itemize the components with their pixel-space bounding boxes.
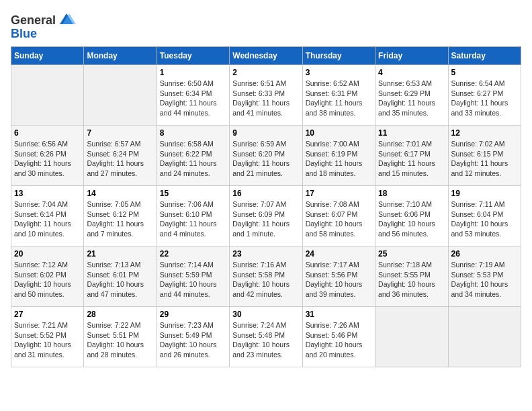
day-detail: Sunrise: 7:22 AMSunset: 5:51 PMDaylight:… bbox=[87, 320, 153, 360]
day-number: 16 bbox=[232, 189, 299, 198]
day-detail: Sunrise: 7:05 AMSunset: 6:12 PMDaylight:… bbox=[87, 199, 153, 239]
day-number: 12 bbox=[451, 128, 518, 138]
day-number: 25 bbox=[378, 249, 445, 259]
day-detail: Sunrise: 7:11 AMSunset: 6:04 PMDaylight:… bbox=[451, 199, 518, 239]
day-detail: Sunrise: 6:59 AMSunset: 6:20 PMDaylight:… bbox=[232, 139, 299, 179]
day-detail: Sunrise: 7:01 AMSunset: 6:17 PMDaylight:… bbox=[378, 139, 445, 179]
calendar-cell bbox=[448, 307, 521, 367]
calendar-week-row: 27Sunrise: 7:21 AMSunset: 5:52 PMDayligh… bbox=[11, 307, 521, 367]
day-number: 17 bbox=[306, 189, 372, 198]
day-detail: Sunrise: 6:51 AMSunset: 6:33 PMDaylight:… bbox=[232, 79, 299, 118]
day-detail: Sunrise: 6:53 AMSunset: 6:29 PMDaylight:… bbox=[378, 79, 445, 118]
day-detail: Sunrise: 7:14 AMSunset: 5:59 PMDaylight:… bbox=[160, 260, 226, 300]
day-number: 23 bbox=[232, 249, 299, 259]
day-detail: Sunrise: 7:24 AMSunset: 5:48 PMDaylight:… bbox=[232, 320, 299, 360]
calendar-cell: 20Sunrise: 7:12 AMSunset: 6:02 PMDayligh… bbox=[11, 246, 84, 307]
calendar-header-wednesday: Wednesday bbox=[230, 47, 302, 65]
day-number: 18 bbox=[378, 189, 445, 198]
calendar-cell: 9Sunrise: 6:59 AMSunset: 6:20 PMDaylight… bbox=[230, 126, 302, 186]
day-number: 4 bbox=[378, 68, 445, 77]
day-number: 10 bbox=[306, 128, 372, 138]
calendar-week-row: 20Sunrise: 7:12 AMSunset: 6:02 PMDayligh… bbox=[11, 246, 521, 307]
calendar-cell: 6Sunrise: 6:56 AMSunset: 6:26 PMDaylight… bbox=[11, 126, 84, 186]
day-number: 15 bbox=[160, 189, 226, 198]
day-number: 13 bbox=[14, 189, 81, 198]
calendar-week-row: 13Sunrise: 7:04 AMSunset: 6:14 PMDayligh… bbox=[11, 186, 521, 246]
calendar-cell: 23Sunrise: 7:16 AMSunset: 5:58 PMDayligh… bbox=[230, 246, 302, 307]
day-detail: Sunrise: 6:58 AMSunset: 6:22 PMDaylight:… bbox=[160, 139, 226, 179]
calendar-cell: 4Sunrise: 6:53 AMSunset: 6:29 PMDaylight… bbox=[375, 65, 448, 126]
calendar-cell: 21Sunrise: 7:13 AMSunset: 6:01 PMDayligh… bbox=[84, 246, 157, 307]
calendar-table: SundayMondayTuesdayWednesdayThursdayFrid… bbox=[11, 46, 521, 367]
day-detail: Sunrise: 7:17 AMSunset: 5:56 PMDaylight:… bbox=[306, 260, 372, 300]
calendar-cell: 26Sunrise: 7:19 AMSunset: 5:53 PMDayligh… bbox=[448, 246, 521, 307]
calendar-cell: 2Sunrise: 6:51 AMSunset: 6:33 PMDaylight… bbox=[230, 65, 302, 126]
day-number: 24 bbox=[306, 249, 372, 259]
day-detail: Sunrise: 7:13 AMSunset: 6:01 PMDaylight:… bbox=[87, 260, 153, 300]
day-number: 1 bbox=[160, 68, 226, 77]
day-number: 11 bbox=[378, 128, 445, 138]
calendar-cell: 30Sunrise: 7:24 AMSunset: 5:48 PMDayligh… bbox=[230, 307, 302, 367]
calendar-cell: 13Sunrise: 7:04 AMSunset: 6:14 PMDayligh… bbox=[11, 186, 84, 246]
calendar-cell: 8Sunrise: 6:58 AMSunset: 6:22 PMDaylight… bbox=[157, 126, 229, 186]
calendar-header-thursday: Thursday bbox=[302, 47, 375, 65]
day-detail: Sunrise: 7:07 AMSunset: 6:09 PMDaylight:… bbox=[232, 199, 299, 239]
calendar-cell: 17Sunrise: 7:08 AMSunset: 6:07 PMDayligh… bbox=[302, 186, 375, 246]
day-number: 6 bbox=[14, 128, 81, 138]
calendar-header-saturday: Saturday bbox=[448, 47, 521, 65]
calendar-cell: 22Sunrise: 7:14 AMSunset: 5:59 PMDayligh… bbox=[157, 246, 229, 307]
day-detail: Sunrise: 7:06 AMSunset: 6:10 PMDaylight:… bbox=[160, 199, 226, 239]
day-number: 7 bbox=[87, 128, 153, 138]
calendar-cell: 11Sunrise: 7:01 AMSunset: 6:17 PMDayligh… bbox=[375, 126, 448, 186]
calendar-cell: 3Sunrise: 6:52 AMSunset: 6:31 PMDaylight… bbox=[302, 65, 375, 126]
calendar-week-row: 1Sunrise: 6:50 AMSunset: 6:34 PMDaylight… bbox=[11, 65, 521, 126]
calendar-cell: 19Sunrise: 7:11 AMSunset: 6:04 PMDayligh… bbox=[448, 186, 521, 246]
day-detail: Sunrise: 6:50 AMSunset: 6:34 PMDaylight:… bbox=[160, 79, 226, 118]
day-detail: Sunrise: 7:12 AMSunset: 6:02 PMDaylight:… bbox=[14, 260, 81, 300]
day-number: 21 bbox=[87, 249, 153, 259]
day-number: 9 bbox=[232, 128, 299, 138]
day-number: 19 bbox=[451, 189, 518, 198]
day-detail: Sunrise: 7:16 AMSunset: 5:58 PMDaylight:… bbox=[232, 260, 299, 300]
calendar-cell: 5Sunrise: 6:54 AMSunset: 6:27 PMDaylight… bbox=[448, 65, 521, 126]
calendar-header-tuesday: Tuesday bbox=[157, 47, 229, 65]
logo-icon bbox=[57, 11, 76, 30]
calendar-cell: 31Sunrise: 7:26 AMSunset: 5:46 PMDayligh… bbox=[302, 307, 375, 367]
day-number: 14 bbox=[87, 189, 153, 198]
calendar-cell: 15Sunrise: 7:06 AMSunset: 6:10 PMDayligh… bbox=[157, 186, 229, 246]
calendar-week-row: 6Sunrise: 6:56 AMSunset: 6:26 PMDaylight… bbox=[11, 126, 521, 186]
calendar-cell: 7Sunrise: 6:57 AMSunset: 6:24 PMDaylight… bbox=[84, 126, 157, 186]
day-detail: Sunrise: 7:23 AMSunset: 5:49 PMDaylight:… bbox=[160, 320, 226, 360]
calendar-cell: 29Sunrise: 7:23 AMSunset: 5:49 PMDayligh… bbox=[157, 307, 229, 367]
calendar-cell: 1Sunrise: 6:50 AMSunset: 6:34 PMDaylight… bbox=[157, 65, 229, 126]
logo-blue: Blue bbox=[11, 27, 37, 41]
calendar-cell: 25Sunrise: 7:18 AMSunset: 5:55 PMDayligh… bbox=[375, 246, 448, 307]
day-detail: Sunrise: 7:04 AMSunset: 6:14 PMDaylight:… bbox=[14, 199, 81, 239]
calendar-cell: 12Sunrise: 7:02 AMSunset: 6:15 PMDayligh… bbox=[448, 126, 521, 186]
calendar-cell: 28Sunrise: 7:22 AMSunset: 5:51 PMDayligh… bbox=[84, 307, 157, 367]
day-number: 5 bbox=[451, 68, 518, 77]
day-detail: Sunrise: 6:52 AMSunset: 6:31 PMDaylight:… bbox=[306, 79, 372, 118]
calendar-cell: 24Sunrise: 7:17 AMSunset: 5:56 PMDayligh… bbox=[302, 246, 375, 307]
day-detail: Sunrise: 6:56 AMSunset: 6:26 PMDaylight:… bbox=[14, 139, 81, 179]
day-detail: Sunrise: 7:19 AMSunset: 5:53 PMDaylight:… bbox=[451, 260, 518, 300]
calendar-cell: 14Sunrise: 7:05 AMSunset: 6:12 PMDayligh… bbox=[84, 186, 157, 246]
day-detail: Sunrise: 7:26 AMSunset: 5:46 PMDaylight:… bbox=[306, 320, 372, 360]
day-detail: Sunrise: 6:57 AMSunset: 6:24 PMDaylight:… bbox=[87, 139, 153, 179]
logo: General Blue bbox=[11, 11, 76, 41]
page-header: General Blue bbox=[11, 11, 521, 41]
day-number: 22 bbox=[160, 249, 226, 259]
day-detail: Sunrise: 7:21 AMSunset: 5:52 PMDaylight:… bbox=[14, 320, 81, 360]
day-number: 27 bbox=[14, 310, 81, 319]
day-number: 29 bbox=[160, 310, 226, 319]
calendar-cell bbox=[375, 307, 448, 367]
day-number: 3 bbox=[306, 68, 372, 77]
day-number: 31 bbox=[306, 310, 372, 319]
calendar-header-row: SundayMondayTuesdayWednesdayThursdayFrid… bbox=[11, 47, 521, 65]
day-detail: Sunrise: 7:10 AMSunset: 6:06 PMDaylight:… bbox=[378, 199, 445, 239]
calendar-cell: 10Sunrise: 7:00 AMSunset: 6:19 PMDayligh… bbox=[302, 126, 375, 186]
day-detail: Sunrise: 6:54 AMSunset: 6:27 PMDaylight:… bbox=[451, 79, 518, 118]
day-detail: Sunrise: 7:02 AMSunset: 6:15 PMDaylight:… bbox=[451, 139, 518, 179]
calendar-cell bbox=[84, 65, 157, 126]
day-number: 26 bbox=[451, 249, 518, 259]
